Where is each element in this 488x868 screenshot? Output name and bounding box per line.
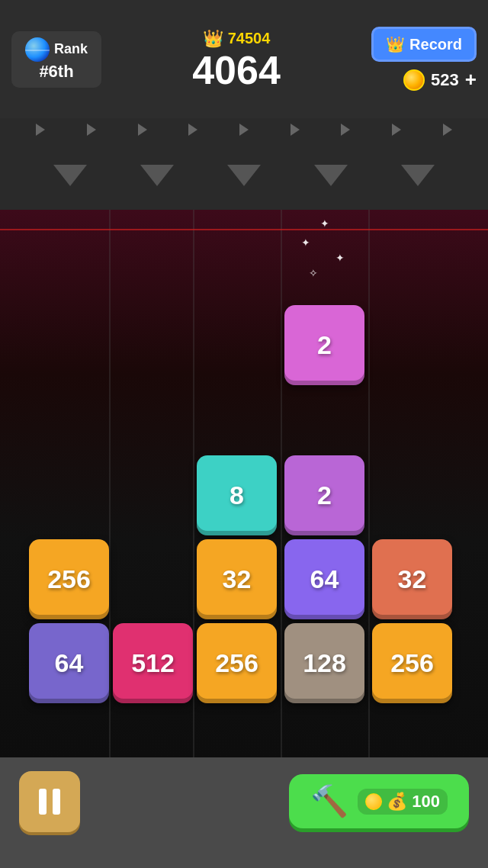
record-label: Record [409, 36, 462, 53]
merge-coin-icon [365, 793, 382, 810]
record-section: 👑 Record 523 + [371, 27, 477, 92]
block-b11: 128 [284, 623, 364, 703]
coin-symbol: 💰 [387, 792, 407, 811]
pause-bar-left [39, 789, 47, 815]
pause-icon [39, 789, 60, 815]
globe-icon [25, 37, 50, 62]
col-sep-2 [193, 210, 194, 757]
coins-row: 523 + [403, 68, 477, 92]
block-b8: 64 [29, 623, 109, 703]
current-score: 4064 [192, 50, 281, 90]
block-b5: 32 [197, 539, 277, 619]
col-arrow-7 [341, 124, 350, 136]
col-sep-1 [109, 210, 111, 757]
sparkle-1: ✦ [320, 217, 329, 230]
block-b12: 256 [372, 623, 452, 703]
dropper-area[interactable] [0, 141, 488, 210]
block-b4: 256 [29, 539, 109, 619]
merge-button[interactable]: 🔨 💰 100 [289, 774, 469, 828]
col-arrow-1 [36, 124, 45, 136]
coin-icon [403, 69, 425, 91]
dropper-arrow-2[interactable] [140, 165, 174, 186]
col-sep-3 [281, 210, 282, 757]
crown-icon: 👑 [203, 29, 223, 49]
block-b6: 64 [284, 539, 364, 619]
block-b9: 512 [113, 623, 193, 703]
rank-top: Rank [25, 37, 88, 62]
block-b7: 32 [372, 539, 452, 619]
score-top: 👑 74504 [203, 29, 271, 49]
merge-cost-label: 💰 100 [387, 792, 440, 812]
coin-count: 523 [431, 70, 459, 90]
pause-button[interactable] [19, 771, 80, 832]
block-b3: 2 [284, 455, 364, 535]
add-coins-button[interactable]: + [465, 68, 477, 92]
game-board[interactable]: 28225632643264512256128256✦✦✦✧ [0, 210, 488, 757]
col-arrow-9 [443, 124, 452, 136]
dropper-arrow-5[interactable] [401, 165, 435, 186]
dropper-arrow-3[interactable] [227, 165, 261, 186]
col-arrow-4 [188, 124, 197, 136]
hammer-icon: 🔨 [310, 783, 348, 819]
col-sep-4 [368, 210, 370, 757]
dropper-arrow-1[interactable] [53, 165, 87, 186]
sparkle-0: ✦ [301, 236, 310, 249]
dropper-arrow-4[interactable] [314, 165, 348, 186]
danger-line [0, 229, 488, 230]
block-b2: 8 [197, 455, 277, 535]
best-score: 74504 [228, 30, 271, 47]
pause-bar-right [53, 789, 60, 815]
header: Rank #6th 👑 74504 4064 👑 Record 523 + [0, 0, 488, 118]
arrow-row [0, 118, 488, 141]
record-crown-icon: 👑 [386, 35, 405, 53]
col-arrow-3 [138, 124, 147, 136]
sparkle-2: ✦ [336, 252, 345, 264]
block-b10: 256 [197, 623, 277, 703]
rank-value: #6th [39, 62, 73, 82]
score-section: 👑 74504 4064 [113, 29, 360, 90]
col-arrow-5 [239, 124, 249, 136]
block-b1: 2 [284, 305, 364, 385]
col-arrow-2 [87, 124, 96, 136]
merge-cost-display: 💰 100 [358, 789, 448, 815]
col-arrow-8 [392, 124, 401, 136]
bottom-bar: 🔨 💰 100 [0, 757, 488, 845]
rank-section: Rank #6th [11, 31, 101, 88]
record-button[interactable]: 👑 Record [371, 27, 477, 62]
sparkle-3: ✧ [309, 267, 318, 279]
merge-cost-value: 100 [412, 792, 440, 811]
rank-label: Rank [54, 41, 88, 57]
col-arrow-6 [291, 124, 300, 136]
